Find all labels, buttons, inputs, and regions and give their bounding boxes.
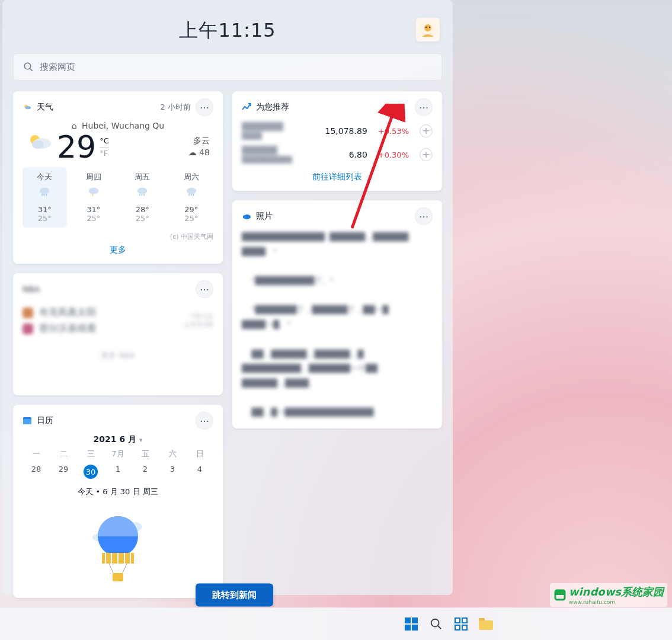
taskbar: [0, 607, 672, 640]
weather-location: ⌂ Hubei, Wuchang Qu: [23, 121, 213, 130]
jump-to-news-button[interactable]: 跳转到新闻: [196, 584, 273, 607]
calendar-day-today[interactable]: 30: [77, 463, 104, 481]
weather-updated: 2 小时前: [161, 102, 191, 113]
svg-rect-33: [113, 573, 123, 581]
sports-more-button[interactable]: ⋯: [196, 280, 213, 298]
svg-point-1: [424, 24, 431, 31]
task-view-icon: [455, 617, 468, 631]
forecast-day[interactable]: 今天 31° 25°: [23, 167, 67, 228]
weather-units[interactable]: °C °F: [100, 136, 109, 158]
rain-icon: [185, 186, 198, 197]
svg-point-4: [24, 63, 31, 69]
svg-line-20: [144, 194, 145, 196]
svg-line-14: [46, 194, 47, 196]
calendar-day[interactable]: 28: [23, 463, 50, 481]
svg-point-3: [429, 27, 430, 28]
start-button[interactable]: [403, 616, 420, 632]
add-stock-button[interactable]: +: [420, 124, 433, 137]
calendar-card[interactable]: 日历 ⋯ 2021 6 月 ▾ 一 二 三 7月 五 六 日 28: [13, 405, 223, 598]
add-stock-button[interactable]: +: [420, 148, 433, 161]
svg-point-21: [187, 188, 197, 194]
svg-rect-26: [23, 419, 31, 424]
search-box[interactable]: 搜索网页: [13, 53, 442, 81]
search-placeholder: 搜索网页: [40, 62, 75, 73]
weather-forecast: 今天 31° 25° 周四 31° 25° 周五 28°: [23, 167, 213, 228]
watermark-logo-icon: [553, 588, 567, 601]
svg-point-2: [425, 27, 427, 28]
profile-avatar[interactable]: [416, 18, 440, 41]
forecast-day[interactable]: 周六 29° 25°: [169, 167, 214, 228]
trend-up-icon: [242, 103, 251, 112]
taskbar-search-button[interactable]: [428, 616, 444, 632]
svg-line-13: [44, 194, 44, 196]
recommended-more-button[interactable]: ⋯: [415, 98, 433, 116]
task-view-button[interactable]: [453, 616, 469, 632]
weather-card[interactable]: 天气 2 小时前 ⋯ ⌂ Hubei, Wuchang Qu: [13, 91, 223, 264]
photos-body-blurred: ██████████████ ██████，██████████ " "████…: [242, 230, 433, 420]
svg-line-18: [140, 194, 140, 196]
sports-footer[interactable]: 更多 NBA: [23, 350, 213, 361]
calendar-month[interactable]: 2021 6 月 ▾: [23, 434, 213, 445]
widgets-panel: 上午11:15 搜索网页 天气: [2, 0, 453, 595]
avatar-icon: [418, 20, 437, 39]
calendar-title: 日历: [37, 415, 53, 426]
svg-point-7: [25, 106, 31, 109]
stock-value: 15,078.89: [320, 126, 367, 136]
photos-card[interactable]: 照片 ⋯ ██████████████ ██████，██████████ " …: [232, 200, 442, 428]
svg-rect-38: [555, 590, 565, 595]
svg-point-35: [243, 215, 247, 219]
calendar-day[interactable]: 29: [50, 463, 77, 481]
forecast-day[interactable]: 周四 31° 25°: [72, 167, 116, 228]
folder-icon: [479, 618, 493, 630]
sports-card[interactable]: NBA ⋯ 布克凤凰太阳 密尔沃基雄鹿: [13, 273, 223, 395]
stock-value: 6.80: [320, 150, 367, 159]
right-column: 为您推荐 ⋯ ███████████ 15,078.89 +0.53% + ██…: [232, 91, 442, 598]
svg-point-15: [89, 188, 99, 194]
table-row[interactable]: ███████████ 15,078.89 +0.53% +: [242, 122, 433, 140]
recommended-card[interactable]: 为您推荐 ⋯ ███████████ 15,078.89 +0.53% + ██…: [232, 91, 442, 191]
svg-line-19: [142, 194, 142, 196]
balloon-illustration: [85, 510, 151, 587]
weather-icon: [23, 103, 32, 112]
recommended-details-link[interactable]: 前往详细列表: [242, 172, 433, 183]
clock-text: 上午11:15: [179, 18, 276, 44]
svg-line-22: [188, 194, 189, 196]
calendar-day[interactable]: 4: [186, 463, 213, 481]
svg-point-10: [32, 140, 44, 149]
svg-line-12: [42, 194, 43, 196]
calendar-day[interactable]: 2: [132, 463, 159, 481]
svg-line-32: [122, 564, 127, 574]
calendar-more-button[interactable]: ⋯: [196, 412, 213, 430]
weather-credit: (c) 中国天气网: [23, 232, 213, 241]
weather-extra: ☁ 48: [188, 147, 210, 159]
widgets-grid: 天气 2 小时前 ⋯ ⌂ Hubei, Wuchang Qu: [2, 91, 453, 598]
watermark: windows系统家园 www.ruhaifu.com: [550, 583, 667, 607]
panel-header: 上午11:15: [2, 8, 453, 53]
forecast-day[interactable]: 周五 28° 25°: [120, 167, 165, 228]
calendar-today-text: 今天 • 6 月 30 日 周三: [23, 487, 213, 497]
svg-point-39: [431, 619, 439, 627]
weather-title: 天气: [37, 102, 53, 113]
storm-icon: [87, 186, 100, 197]
photos-more-button[interactable]: ⋯: [415, 207, 433, 225]
stock-change: +0.30%: [378, 151, 409, 159]
chevron-down-icon: ▾: [139, 436, 143, 444]
weather-more-link[interactable]: 更多: [23, 245, 213, 255]
weather-more-button[interactable]: ⋯: [196, 98, 213, 116]
rain-icon: [38, 186, 51, 197]
photos-title: 照片: [256, 211, 273, 222]
calendar-day[interactable]: 3: [159, 463, 186, 481]
windows-logo-icon: [405, 617, 418, 631]
cloud-icon: [242, 212, 251, 221]
svg-line-23: [191, 194, 191, 196]
svg-line-24: [193, 194, 194, 196]
left-column: 天气 2 小时前 ⋯ ⌂ Hubei, Wuchang Qu: [13, 91, 223, 598]
file-explorer-button[interactable]: [478, 616, 494, 632]
calendar-grid: 一 二 三 7月 五 六 日 28 29 30 1 2 3 4: [23, 449, 213, 481]
table-row[interactable]: ████████████████ 6.80 +0.30% +: [242, 146, 433, 164]
svg-line-31: [109, 564, 114, 574]
calendar-day[interactable]: 1: [104, 463, 132, 481]
recommended-title: 为您推荐: [256, 102, 289, 113]
weather-condition-text: 多云: [188, 135, 210, 147]
list-item: 布克凤凰太阳: [23, 306, 183, 319]
